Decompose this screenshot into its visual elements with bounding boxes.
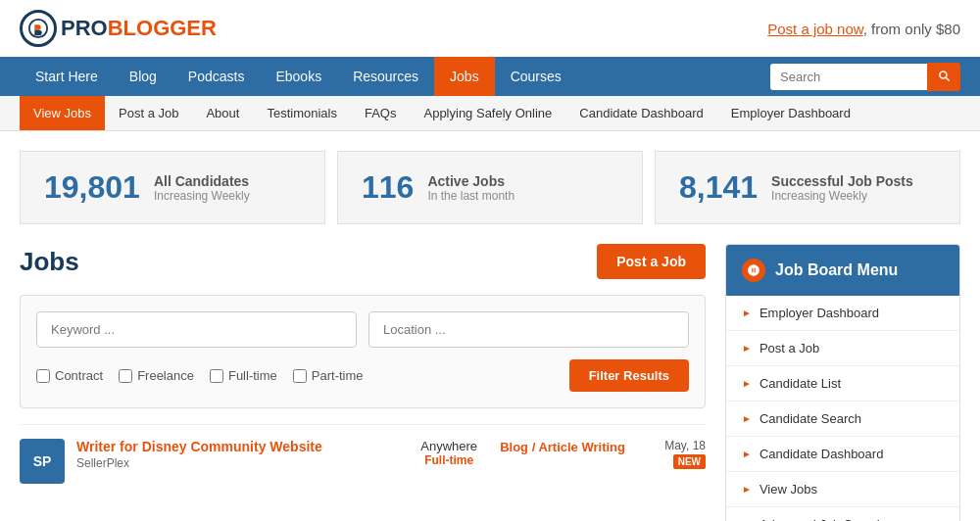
job-meta: May, 18 NEW <box>637 439 706 469</box>
stat-posts-sub: Increasing Weekly <box>771 189 913 203</box>
job-type: Full-time <box>410 453 488 467</box>
logo-icon <box>20 10 57 47</box>
subnav-testimonials[interactable]: Testimonials <box>253 96 351 130</box>
job-info: Writer for Disney Community Website Sell… <box>76 439 398 470</box>
sidebar-item-label: Employer Dashboard <box>760 306 879 320</box>
stat-jobs-label: Active Jobs <box>427 173 514 189</box>
filter-row: Contract Freelance Full-time Part-time F… <box>36 359 689 392</box>
nav-ebooks[interactable]: Ebooks <box>260 57 337 96</box>
subnav-applying-safely[interactable]: Applying Safely Online <box>410 96 565 130</box>
filter-freelance[interactable]: Freelance <box>119 368 194 383</box>
location-input[interactable] <box>368 311 689 348</box>
arrow-icon: ► <box>742 343 752 354</box>
stat-jobs-number: 116 <box>362 169 414 206</box>
sidebar-menu-header: Job Board Menu <box>726 245 959 296</box>
stat-candidates: 19,801 All Candidates Increasing Weekly <box>20 151 325 224</box>
sidebar-item-label: Post a Job <box>760 341 819 355</box>
arrow-icon: ► <box>742 308 752 318</box>
main-nav: Start Here Blog Podcasts Ebooks Resource… <box>0 57 980 96</box>
arrow-icon: ► <box>742 413 752 424</box>
subnav-employer-dashboard[interactable]: Employer Dashboard <box>717 96 864 130</box>
sidebar: Job Board Menu ► Employer Dashboard ► Po… <box>725 244 960 521</box>
sidebar-item-candidate-dashboard[interactable]: ► Candidate Dashboard <box>726 437 959 472</box>
nav-start-here[interactable]: Start Here <box>20 57 114 96</box>
stat-candidates-number: 19,801 <box>44 169 140 206</box>
job-new-badge: NEW <box>673 454 706 469</box>
sidebar-item-candidate-list[interactable]: ► Candidate List <box>726 366 959 402</box>
subnav-about[interactable]: About <box>192 96 253 130</box>
freelance-checkbox[interactable] <box>119 369 132 383</box>
search-row <box>36 311 689 348</box>
stat-candidates-sub: Increasing Weekly <box>154 189 250 203</box>
stat-jobs: 116 Active Jobs In the last month <box>337 151 643 224</box>
subnav-faqs[interactable]: FAQs <box>351 96 411 130</box>
job-company-name: SellerPlex <box>76 456 398 470</box>
nav-search-container <box>770 63 960 91</box>
jobs-header: Jobs Post a Job <box>20 244 706 279</box>
sidebar-menu: Job Board Menu ► Employer Dashboard ► Po… <box>725 244 960 521</box>
stat-posts-label: Successful Job Posts <box>771 173 913 189</box>
sidebar-menu-title: Job Board Menu <box>775 261 898 279</box>
stat-jobs-sub: In the last month <box>427 189 514 203</box>
post-job-link[interactable]: Post a job now <box>767 21 863 37</box>
arrow-icon: ► <box>742 378 752 389</box>
filter-parttime[interactable]: Part-time <box>293 368 364 383</box>
subnav-post-job[interactable]: Post a Job <box>105 96 192 130</box>
sidebar-item-advanced-search[interactable]: ► Advanced Job Search <box>726 507 959 521</box>
job-category-link[interactable]: Blog / Article Writing <box>500 440 625 454</box>
sidebar-item-view-jobs[interactable]: ► View Jobs <box>726 472 959 507</box>
nav-blog[interactable]: Blog <box>114 57 172 96</box>
job-search-form: Contract Freelance Full-time Part-time F… <box>20 295 706 408</box>
sidebar-item-label: View Jobs <box>760 482 817 497</box>
sidebar-item-candidate-search[interactable]: ► Candidate Search <box>726 402 959 437</box>
fulltime-checkbox[interactable] <box>210 369 223 383</box>
filter-button[interactable]: Filter Results <box>569 359 689 392</box>
logo-text: PROBLOGGER <box>61 16 217 41</box>
stat-posts: 8,141 Successful Job Posts Increasing We… <box>655 151 960 224</box>
post-job-promo: Post a job now, from only $80 <box>767 21 960 37</box>
stat-candidates-label: All Candidates <box>154 173 250 189</box>
job-title-link[interactable]: Writer for Disney Community Website <box>76 439 322 454</box>
sidebar-item-post-job[interactable]: ► Post a Job <box>726 331 959 366</box>
subnav-candidate-dashboard[interactable]: Candidate Dashboard <box>565 96 716 130</box>
search-button[interactable] <box>927 63 960 91</box>
job-location: Anywhere Full-time <box>410 439 488 467</box>
stats-bar: 19,801 All Candidates Increasing Weekly … <box>20 151 960 224</box>
sidebar-item-employer-dashboard[interactable]: ► Employer Dashboard <box>726 296 959 331</box>
nav-resources[interactable]: Resources <box>337 57 434 96</box>
job-date: May, 18 <box>637 439 706 452</box>
keyword-input[interactable] <box>36 311 357 348</box>
nav-courses[interactable]: Courses <box>495 57 577 96</box>
sub-nav: View Jobs Post a Job About Testimonials … <box>0 96 980 131</box>
logo: PROBLOGGER <box>20 10 217 47</box>
main-content: Jobs Post a Job Contract Freelance Full-… <box>0 244 980 521</box>
job-category: Blog / Article Writing <box>500 439 625 454</box>
sidebar-item-label: Candidate List <box>760 376 841 391</box>
search-input[interactable] <box>770 64 927 90</box>
job-listing: SP Writer for Disney Community Website S… <box>20 424 706 497</box>
sidebar-item-label: Advanced Job Search <box>760 517 884 521</box>
nav-podcasts[interactable]: Podcasts <box>172 57 261 96</box>
filter-fulltime[interactable]: Full-time <box>210 368 277 383</box>
contract-checkbox[interactable] <box>36 369 50 383</box>
arrow-icon: ► <box>742 484 752 495</box>
sidebar-item-label: Candidate Search <box>760 411 861 426</box>
parttime-checkbox[interactable] <box>293 369 307 383</box>
jobs-panel: Jobs Post a Job Contract Freelance Full-… <box>20 244 706 521</box>
menu-icon <box>742 259 765 282</box>
filter-contract[interactable]: Contract <box>36 368 103 383</box>
top-header: PROBLOGGER Post a job now, from only $80 <box>0 0 980 57</box>
subnav-view-jobs[interactable]: View Jobs <box>20 96 105 130</box>
nav-jobs[interactable]: Jobs <box>434 57 495 96</box>
jobs-title: Jobs <box>20 247 79 277</box>
stat-posts-number: 8,141 <box>679 169 758 206</box>
job-company-logo: SP <box>20 439 65 484</box>
post-job-button[interactable]: Post a Job <box>597 244 706 279</box>
arrow-icon: ► <box>742 449 752 459</box>
sidebar-item-label: Candidate Dashboard <box>760 447 883 461</box>
